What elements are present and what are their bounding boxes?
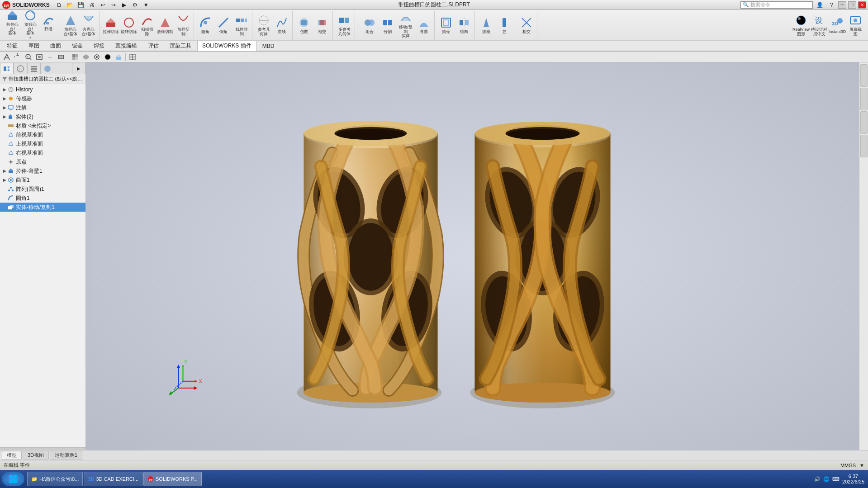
wrap-btn[interactable]: 包覆 [295,14,313,37]
pattern-btn[interactable]: 线性阵列 [233,14,250,37]
shell-btn[interactable]: 抽壳 [437,14,455,37]
redo-btn[interactable]: ↪ [109,0,119,9]
tree-item-right-plane[interactable]: 右视基准面 [0,148,85,157]
tree-item-front-plane[interactable]: 前视基准面 [0,130,85,139]
sweep-btn[interactable]: 扫描 [40,11,57,34]
tab-mbd[interactable]: MBD [257,42,280,50]
new-btn[interactable]: 🗋 [54,0,64,9]
section-view-btn[interactable] [56,52,66,62]
tree-item-sensors[interactable]: ▶ 传感器 [0,94,85,103]
save-btn[interactable]: 💾 [76,0,86,9]
taskbar-btn-solidworks[interactable]: SW SOLIDWORKS P... [143,472,202,486]
property-tab[interactable]: i [14,63,27,74]
orient-btn[interactable] [2,52,12,62]
instant3d-btn[interactable]: 3D Instant3D [829,14,846,37]
rotate-view-btn[interactable] [13,52,23,62]
tree-item-annotations[interactable]: ▶ 注解 [0,103,85,112]
fillet-btn[interactable]: 圆角 [197,14,214,37]
right-panel-btn-3[interactable] [860,111,868,134]
user-icon[interactable]: 👤 [815,0,825,9]
viewport[interactable]: X Y [86,62,868,450]
status-units-dropdown[interactable]: ▼ [859,463,864,468]
help-btn[interactable]: ? [826,0,836,9]
tree-item-fillet[interactable]: 圆角1 [0,194,85,203]
tab-sheet-metal[interactable]: 钣金 [67,41,88,51]
close-btn[interactable]: ✕ [858,1,866,9]
intersect-btn[interactable]: 相交 [313,14,331,37]
combine-btn[interactable]: 组合 [361,14,378,37]
panel-resize-handle[interactable] [0,447,85,450]
right-panel-btn-2[interactable] [860,88,868,110]
deform-btn[interactable]: 移动/复制实体 [397,14,414,37]
extrude-boss-btn[interactable]: 拉伸凸台/基体 [4,11,21,34]
feature-tab[interactable] [0,63,14,74]
tree-item-origin[interactable]: 原点 [0,157,85,166]
loft-cut-btn[interactable]: 放样切制 [157,14,174,37]
minimize-btn[interactable]: ─ [838,1,846,9]
multi-body-btn[interactable]: 多参考几何体 [336,14,353,37]
view-orient-btn[interactable] [70,52,80,62]
ref-geom-btn[interactable]: 参考几何体 [255,14,272,37]
draft-btn[interactable]: 拔模 [478,14,495,37]
realview-btn[interactable]: RealView图形 [792,14,810,37]
flex-btn[interactable]: 弯曲 [415,14,432,37]
extrude-cut-btn[interactable]: 拉伸切除 [102,14,119,37]
boundary-btn[interactable]: 边界凸台/基体 [80,14,97,37]
loft-btn[interactable]: 放样凸台/基体 [62,14,79,37]
sensors-expand[interactable]: ▶ [2,96,7,101]
open-btn[interactable]: 📂 [65,0,75,9]
tree-item-circular-pattern[interactable]: 阵列(圆周)1 [0,185,85,194]
display-style-btn[interactable] [81,52,91,62]
feature-tree[interactable]: ▶ History ▶ 传感器 ▶ 注解 [0,84,85,447]
config-tab[interactable] [27,63,41,74]
design-btn[interactable]: 设 待设计对成中文 [811,14,828,37]
tree-item-material[interactable]: 材质 <未指定> [0,121,85,130]
scale-btn[interactable]: 相交 [518,14,535,37]
circle-expand[interactable]: ▶ [2,177,7,183]
tab-sketch[interactable]: 草图 [24,41,44,51]
display-tab[interactable] [41,63,54,74]
tab-model[interactable]: 模型 [2,451,22,460]
tab-solidworks-plugin[interactable]: SOLIDWORKS 插件 [197,41,256,51]
taskbar-btn-explorer[interactable]: 📁 H:\微信公众号\0... [27,472,83,486]
view-setting-btn[interactable] [128,52,138,62]
zoom-area-btn[interactable]: + [24,52,33,62]
mirror-btn[interactable]: 镜向 [455,14,473,37]
zoom-fit-btn[interactable] [34,52,44,62]
scenes-btn[interactable] [114,52,123,62]
search-box[interactable]: 🔍 搜索命令 [740,1,813,9]
taskbar-clock[interactable]: 6:37 2022/6/25 [842,474,864,484]
start-button[interactable] [2,472,24,486]
split-btn[interactable]: 分割 [379,14,396,37]
rib-btn[interactable]: 筋 [496,14,513,37]
rebuild-btn[interactable]: ▶ [119,0,129,9]
hide-show-btn[interactable] [92,52,102,62]
tree-item-top-plane[interactable]: 上视基准面 [0,139,85,148]
tree-item-solid-bodies[interactable]: ▶ 实体(2) [0,112,85,121]
tab-weld[interactable]: 焊接 [89,41,109,51]
options-btn[interactable]: ⚙ [130,0,140,9]
tab-render[interactable]: 渲染工具 [165,41,196,51]
print-btn[interactable]: 🖨 [87,0,97,9]
tab-evaluate[interactable]: 评估 [143,41,164,51]
undo-btn[interactable]: ↩ [98,0,108,9]
revolve-cut-btn[interactable]: 旋转切除 [120,14,138,37]
curves-btn[interactable]: 曲线 [273,14,290,37]
appearance-btn[interactable] [103,52,113,62]
extrude-boss-expand[interactable]: ▶ [2,168,7,174]
maximize-btn[interactable]: □ [848,1,856,9]
chamfer-btn[interactable]: 倒角 [215,14,232,37]
tree-item-history[interactable]: ▶ History [0,85,85,94]
revolve-boss-btn[interactable]: 旋转凸台/基体 [22,11,39,34]
history-expand[interactable]: ▶ [2,87,7,92]
tab-feature[interactable]: 特征 [2,41,23,51]
taskbar-btn-3dcad[interactable]: 3D 3D CAD EXERCI... [84,472,142,486]
screenshot-btn[interactable]: 屏幕截图 [847,14,864,37]
annotations-expand[interactable]: ▶ [2,105,7,110]
tree-item-extrude-boss[interactable]: ▶ 拉伸-薄壁1 [0,166,85,175]
more-btn[interactable]: ▼ [141,0,151,9]
tab-surface[interactable]: 曲面 [45,41,66,51]
solid-bodies-expand[interactable]: ▶ [2,114,7,119]
tree-item-circle[interactable]: ▶ 曲面1 [0,175,85,185]
boundary-cut-btn[interactable]: 放样切制 [175,14,192,37]
